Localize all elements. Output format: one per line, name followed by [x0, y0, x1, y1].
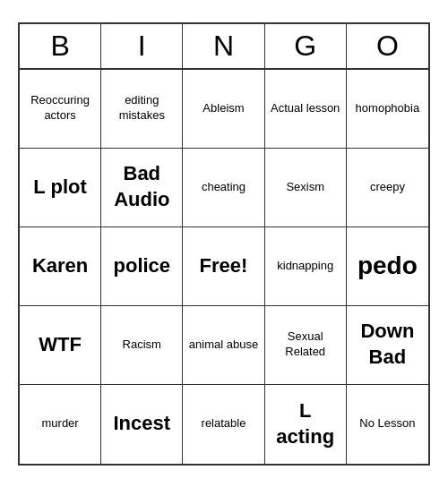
bingo-cell-18: Sexual Related [265, 306, 347, 385]
bingo-cell-3: Actual lesson [265, 70, 347, 149]
bingo-cell-9: creepy [347, 149, 428, 227]
header-letter-o: O [347, 24, 428, 68]
bingo-cell-8: Sexism [265, 149, 347, 227]
bingo-cell-5: L plot [20, 149, 101, 227]
bingo-card: BINGO Reoccuring actorsediting mistakesA… [18, 22, 430, 466]
header-letter-n: N [183, 24, 264, 68]
bingo-cell-1: editing mistakes [101, 70, 183, 149]
bingo-cell-13: kidnapping [265, 227, 347, 306]
bingo-cell-24: No Lesson [347, 385, 428, 464]
bingo-cell-20: murder [20, 385, 101, 464]
header-letter-b: B [20, 24, 101, 68]
bingo-cell-23: L acting [265, 385, 347, 464]
bingo-cell-17: animal abuse [183, 306, 264, 385]
bingo-cell-15: WTF [20, 306, 101, 385]
bingo-cell-19: Down Bad [347, 306, 428, 385]
header-letter-g: G [265, 24, 347, 68]
bingo-cell-4: homophobia [347, 70, 428, 149]
header-letter-i: I [101, 24, 183, 68]
bingo-cell-21: Incest [101, 385, 183, 464]
bingo-header: BINGO [20, 24, 428, 70]
bingo-cell-22: relatable [183, 385, 264, 464]
bingo-cell-2: Ableism [183, 70, 264, 149]
bingo-cell-12: Free! [183, 227, 264, 306]
bingo-grid: Reoccuring actorsediting mistakesAbleism… [20, 70, 428, 464]
bingo-cell-6: Bad Audio [101, 149, 183, 227]
bingo-cell-11: police [101, 227, 183, 306]
bingo-cell-16: Racism [101, 306, 183, 385]
bingo-cell-14: pedo [347, 227, 428, 306]
bingo-cell-10: Karen [20, 227, 101, 306]
bingo-cell-0: Reoccuring actors [20, 70, 101, 149]
bingo-cell-7: cheating [183, 149, 264, 227]
